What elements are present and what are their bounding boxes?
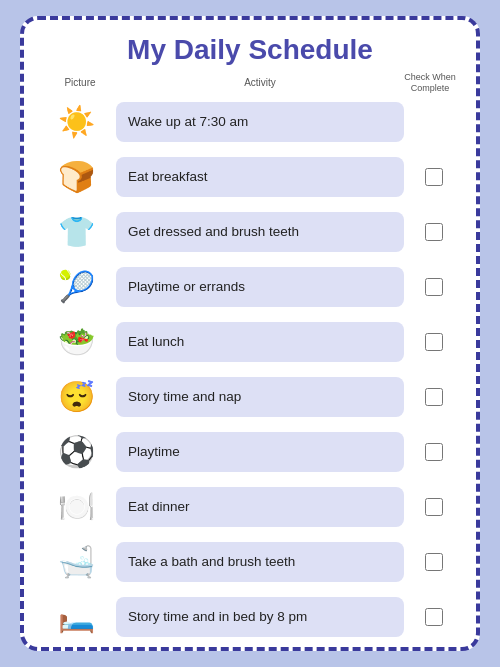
page-title: My Daily Schedule (36, 34, 464, 66)
complete-checkbox[interactable] (425, 553, 443, 571)
activity-icon: ⚽ (58, 437, 95, 467)
table-row: ⚽Playtime (36, 426, 464, 478)
icon-cell: 🛏️ (36, 591, 116, 637)
activity-icon: 🍽️ (58, 492, 95, 522)
table-row: 🛁Take a bath and brush teeth (36, 536, 464, 588)
icon-cell: 🎾 (36, 261, 116, 313)
activity-icon: 👕 (58, 217, 95, 247)
activity-label: Wake up at 7:30 am (116, 102, 404, 142)
activity-label: Take a bath and brush teeth (116, 542, 404, 582)
table-row: ☀️Wake up at 7:30 am (36, 96, 464, 148)
table-row: 🍽️Eat dinner (36, 481, 464, 533)
checkbox-cell (404, 498, 464, 516)
column-headers: Picture Activity Check When Complete (36, 72, 464, 94)
activity-label: Eat breakfast (116, 157, 404, 197)
complete-checkbox[interactable] (425, 333, 443, 351)
checkbox-cell (404, 333, 464, 351)
icon-cell: 🥗 (36, 316, 116, 368)
activity-label: Story time and nap (116, 377, 404, 417)
table-row: 😴Story time and nap (36, 371, 464, 423)
complete-checkbox[interactable] (425, 388, 443, 406)
complete-checkbox[interactable] (425, 608, 443, 626)
icon-cell: 🍽️ (36, 481, 116, 533)
icon-cell: 🛁 (36, 536, 116, 588)
complete-checkbox[interactable] (425, 223, 443, 241)
activity-icon: 🛏️ (58, 602, 95, 632)
checkbox-cell (404, 168, 464, 186)
table-row: 🍞Eat breakfast (36, 151, 464, 203)
checkbox-cell (404, 553, 464, 571)
activity-icon: 😴 (58, 382, 95, 412)
icon-cell: ☀️ (36, 96, 116, 148)
schedule-card: My Daily Schedule Picture Activity Check… (20, 16, 480, 651)
activity-header: Activity (120, 77, 400, 88)
activity-label: Eat dinner (116, 487, 404, 527)
activity-icon: 🍞 (58, 162, 95, 192)
checkbox-cell (404, 223, 464, 241)
complete-checkbox[interactable] (425, 443, 443, 461)
schedule-list: ☀️Wake up at 7:30 am🍞Eat breakfast👕Get d… (36, 96, 464, 637)
activity-icon: 🛁 (58, 547, 95, 577)
table-row: 👕Get dressed and brush teeth (36, 206, 464, 258)
activity-label: Playtime or errands (116, 267, 404, 307)
activity-icon: ☀️ (58, 107, 95, 137)
icon-cell: ⚽ (36, 426, 116, 478)
activity-label: Playtime (116, 432, 404, 472)
activity-label: Story time and in bed by 8 pm (116, 597, 404, 637)
icon-cell: 🍞 (36, 151, 116, 203)
complete-checkbox[interactable] (425, 278, 443, 296)
checkbox-cell (404, 608, 464, 626)
complete-checkbox[interactable] (425, 168, 443, 186)
icon-cell: 👕 (36, 206, 116, 258)
picture-header: Picture (40, 77, 120, 88)
checkbox-cell (404, 388, 464, 406)
complete-checkbox[interactable] (425, 498, 443, 516)
table-row: 🛏️Story time and in bed by 8 pm (36, 591, 464, 637)
activity-icon: 🎾 (58, 272, 95, 302)
activity-icon: 🥗 (58, 327, 95, 357)
checkbox-cell (404, 278, 464, 296)
activity-label: Eat lunch (116, 322, 404, 362)
table-row: 🥗Eat lunch (36, 316, 464, 368)
icon-cell: 😴 (36, 371, 116, 423)
checkbox-cell (404, 443, 464, 461)
activity-label: Get dressed and brush teeth (116, 212, 404, 252)
table-row: 🎾Playtime or errands (36, 261, 464, 313)
check-header: Check When Complete (400, 72, 460, 94)
